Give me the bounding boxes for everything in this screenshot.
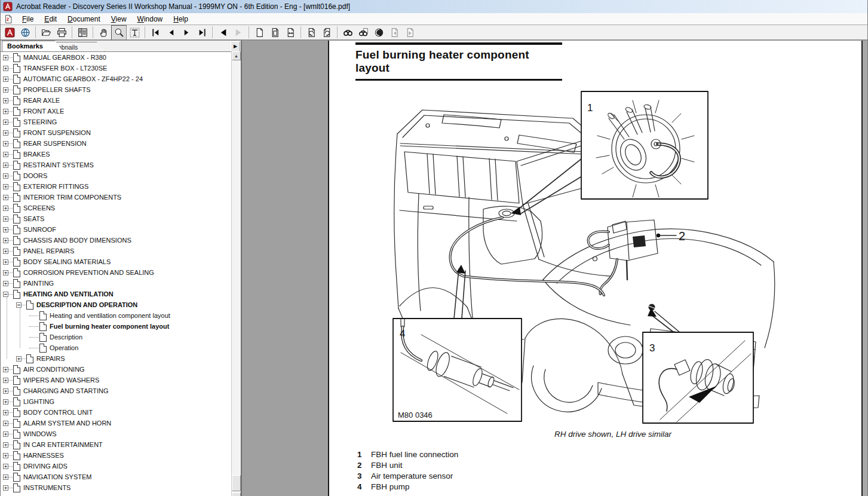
- bookmark-item[interactable]: +SUNROOF: [1, 224, 232, 235]
- expand-plus-icon[interactable]: +: [3, 399, 8, 405]
- bookmark-item[interactable]: +FRONT SUSPENSION: [1, 127, 232, 138]
- expand-plus-icon[interactable]: +: [3, 474, 8, 480]
- bookmark-label[interactable]: BODY CONTROL UNIT: [23, 409, 93, 416]
- rotate-left-icon[interactable]: [303, 25, 319, 40]
- bookmark-item[interactable]: +NAVIGATION SYSTEM: [1, 471, 232, 482]
- bookmark-label[interactable]: PAINTING: [23, 280, 54, 287]
- expand-plus-icon[interactable]: +: [3, 76, 8, 82]
- bookmark-label[interactable]: BRAKES: [23, 151, 50, 158]
- bookmark-label[interactable]: RESTRAINT SYSTEMS: [23, 161, 94, 169]
- bookmark-item[interactable]: +CHARGING AND STARTING: [1, 385, 232, 396]
- bookmark-item[interactable]: Heating and ventilation component layout: [1, 310, 232, 321]
- bookmark-item[interactable]: +BODY CONTROL UNIT: [1, 407, 232, 418]
- scrollbar-thumb[interactable]: [232, 475, 241, 491]
- bookmark-label[interactable]: TRANSFER BOX - LT230SE: [23, 65, 107, 72]
- menu-edit[interactable]: Edit: [39, 14, 62, 24]
- last-page-icon[interactable]: [194, 25, 210, 40]
- next-page-icon[interactable]: [179, 25, 194, 40]
- expand-plus-icon[interactable]: +: [3, 66, 8, 71]
- expand-plus-icon[interactable]: +: [3, 388, 8, 394]
- bookmark-item[interactable]: −HEATING AND VENTILATION: [1, 289, 232, 299]
- expand-plus-icon[interactable]: +: [3, 163, 8, 168]
- bookmark-label[interactable]: MANUAL GEARBOX - R380: [23, 54, 106, 61]
- expand-plus-icon[interactable]: +: [3, 216, 8, 222]
- bookmark-label[interactable]: DESCRIPTION AND OPERATION: [36, 301, 137, 308]
- prev-page-icon[interactable]: [163, 25, 179, 40]
- fit-width-icon[interactable]: [283, 25, 298, 40]
- bookmark-label[interactable]: NAVIGATION SYSTEM: [23, 473, 92, 480]
- bookmark-label[interactable]: STEERING: [23, 118, 57, 125]
- open-file-icon[interactable]: [38, 25, 54, 40]
- expand-plus-icon[interactable]: +: [3, 141, 8, 146]
- find-again-icon[interactable]: [355, 25, 371, 40]
- show-navpane-icon[interactable]: [75, 25, 90, 40]
- expand-plus-icon[interactable]: +: [3, 98, 8, 103]
- bookmark-label[interactable]: REAR SUSPENSION: [23, 140, 87, 147]
- bookmark-label[interactable]: CHARGING AND STARTING: [23, 387, 109, 394]
- expand-plus-icon[interactable]: +: [3, 410, 8, 415]
- acrobat-brand-icon[interactable]: [2, 25, 17, 40]
- expand-plus-icon[interactable]: +: [3, 259, 8, 265]
- print-icon[interactable]: [54, 25, 69, 40]
- fit-page-icon[interactable]: [267, 25, 283, 40]
- bookmark-item[interactable]: +INTERIOR TRIM COMPONENTS: [1, 192, 232, 203]
- expand-plus-icon[interactable]: +: [3, 485, 8, 491]
- expand-plus-icon[interactable]: +: [3, 55, 8, 60]
- bookmark-label[interactable]: LIGHTING: [23, 398, 54, 405]
- bookmark-label[interactable]: SEATS: [23, 215, 44, 222]
- expand-plus-icon[interactable]: +: [3, 442, 8, 448]
- bookmark-item[interactable]: +FRONT AXLE: [1, 106, 232, 117]
- scroll-up-button[interactable]: ▲: [232, 51, 241, 60]
- bookmark-item[interactable]: +RESTRAINT SYSTEMS: [1, 160, 232, 170]
- bookmark-label[interactable]: WINDOWS: [23, 430, 57, 437]
- expand-plus-icon[interactable]: +: [3, 453, 8, 458]
- expand-plus-icon[interactable]: +: [3, 109, 8, 114]
- expand-plus-icon[interactable]: +: [3, 130, 8, 136]
- go-back-icon[interactable]: [215, 25, 231, 40]
- menu-view[interactable]: View: [106, 14, 132, 24]
- bookmark-label[interactable]: FRONT SUSPENSION: [23, 129, 91, 136]
- bookmark-label[interactable]: AIR CONDITIONING: [23, 366, 85, 373]
- bookmark-label[interactable]: PROPELLER SHAFTS: [23, 86, 90, 93]
- bookmark-label[interactable]: SUNROOF: [23, 226, 56, 233]
- bookmark-item[interactable]: +REAR AXLE: [1, 95, 232, 106]
- bookmark-label[interactable]: INTERIOR TRIM COMPONENTS: [23, 194, 121, 201]
- bookmark-item[interactable]: +PANEL REPAIRS: [1, 246, 232, 256]
- adobe-online-icon[interactable]: [17, 25, 33, 40]
- expand-plus-icon[interactable]: +: [3, 270, 8, 275]
- collapse-minus-icon[interactable]: −: [3, 292, 8, 297]
- expand-plus-icon[interactable]: +: [3, 152, 8, 157]
- bookmark-label[interactable]: FRONT AXLE: [23, 108, 64, 115]
- tab-bookmarks[interactable]: Bookmarks: [2, 41, 63, 51]
- bookmark-item[interactable]: +AIR CONDITIONING: [1, 364, 232, 375]
- bookmark-item[interactable]: Fuel burning heater component layout: [1, 321, 232, 332]
- find-icon[interactable]: [340, 25, 355, 40]
- expand-plus-icon[interactable]: +: [3, 227, 8, 232]
- bookmark-label[interactable]: HARNESSES: [23, 452, 64, 459]
- bookmark-item[interactable]: +IN CAR ENTERTAINMENT: [1, 439, 232, 450]
- bookmark-label[interactable]: IN CAR ENTERTAINMENT: [23, 441, 103, 448]
- bookmark-item[interactable]: +TRANSFER BOX - LT230SE: [1, 63, 232, 74]
- bookmark-label[interactable]: AUTOMATIC GEARBOX - ZF4HP22 - 24: [23, 75, 143, 82]
- rotate-right-icon[interactable]: [319, 25, 335, 40]
- bookmark-item[interactable]: +SEATS: [1, 213, 232, 224]
- bookmark-item[interactable]: +CORROSION PREVENTION AND SEALING: [1, 267, 232, 278]
- expand-plus-icon[interactable]: +: [3, 431, 8, 437]
- first-page-icon[interactable]: [148, 25, 163, 40]
- expand-plus-icon[interactable]: +: [3, 249, 8, 254]
- bookmark-label[interactable]: SCREENS: [23, 204, 55, 212]
- actual-size-icon[interactable]: [251, 25, 267, 40]
- bookmark-label[interactable]: ALARM SYSTEM AND HORN: [23, 420, 111, 427]
- expand-plus-icon[interactable]: +: [16, 356, 22, 362]
- bookmark-label[interactable]: CHASSIS AND BODY DIMENSIONS: [23, 237, 131, 244]
- bookmark-item[interactable]: +DRIVING AIDS: [1, 461, 232, 471]
- bookmark-label[interactable]: Heating and ventilation component layout: [50, 312, 170, 319]
- bookmark-item[interactable]: +HARNESSES: [1, 450, 232, 461]
- pdf-document-icon[interactable]: [4, 14, 13, 24]
- collapse-minus-icon[interactable]: −: [16, 302, 22, 308]
- bookmark-label[interactable]: REPAIRS: [36, 355, 65, 362]
- document-scrollbar[interactable]: [863, 41, 868, 496]
- bookmark-item[interactable]: +INSTRUMENTS: [1, 482, 232, 493]
- bookmark-item[interactable]: Description: [1, 332, 232, 342]
- expand-plus-icon[interactable]: +: [3, 120, 8, 125]
